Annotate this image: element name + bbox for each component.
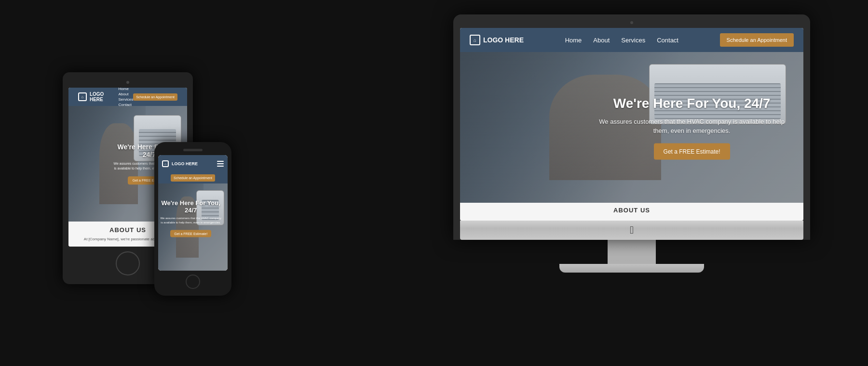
hamburger-line-2 [217, 163, 224, 164]
phone-outer: ⌂ LOGO HERE Schedule an Appointment [154, 142, 231, 296]
phone-hero-text: We're Here For You, 24/7 We assures cust… [160, 199, 222, 237]
hero-text-overlay: We're Here For You, 24/7 We assures cust… [597, 95, 787, 159]
imac-screen-outer: ⌂ LOGO HERE Home About Services Contact … [453, 14, 810, 240]
phone-logo: ⌂ LOGO HERE [162, 160, 198, 167]
nav-contact[interactable]: Contact [657, 37, 678, 44]
logo-text: LOGO HERE [483, 36, 524, 44]
tablet-nav: ⌂ LOGO HERE Home About Services Contact … [68, 88, 187, 106]
hero-cta-button[interactable]: Get a FREE Estimate! [654, 143, 730, 159]
phone-device: ⌂ LOGO HERE Schedule an Appointment [154, 142, 231, 296]
phone-home-button[interactable] [186, 274, 200, 289]
phone-website: ⌂ LOGO HERE Schedule an Appointment [158, 155, 228, 271]
imac-device: ⌂ LOGO HERE Home About Services Contact … [453, 14, 810, 273]
phone-hero: We're Here For You, 24/7 We assures cust… [158, 183, 228, 271]
tablet-nav-home[interactable]: Home [119, 88, 134, 91]
imac-hero: We're Here For You, 24/7 We assures cust… [460, 52, 803, 203]
imac-chin:  [460, 221, 803, 240]
phone-logo-icon: ⌂ [162, 160, 169, 167]
logo-icon: ⌂ [470, 35, 480, 45]
scene: ⌂ LOGO HERE Home About Services Contact … [0, 0, 868, 366]
tablet-nav-services[interactable]: Services [119, 97, 134, 102]
imac-logo: ⌂ LOGO HERE [470, 35, 524, 45]
tablet-logo-icon: ⌂ [78, 92, 87, 101]
phone-cta-button[interactable]: Schedule an Appointment [171, 174, 215, 182]
imac-about-section: ABOUT US [460, 203, 803, 221]
phone-nav: ⌂ LOGO HERE [158, 155, 228, 172]
phone-hero-heading: We're Here For You, 24/7 [160, 199, 222, 214]
imac-stand-neck [608, 240, 656, 264]
about-title: ABOUT US [470, 207, 794, 214]
phone-screen: ⌂ LOGO HERE Schedule an Appointment [158, 155, 228, 271]
hamburger-line-1 [217, 161, 224, 162]
tablet-logo-text: LOGO HERE [90, 92, 119, 102]
imac-nav: ⌂ LOGO HERE Home About Services Contact … [460, 28, 803, 52]
hamburger-menu-icon[interactable] [217, 161, 224, 167]
imac-cta-button[interactable]: Schedule an Appointment [720, 33, 794, 47]
apple-logo-icon:  [630, 224, 634, 236]
imac-camera [630, 21, 633, 24]
phone-hero-cta[interactable]: Get a FREE Estimate! [170, 230, 211, 237]
hero-subtext: We assures customers that the HVAC compa… [597, 117, 787, 135]
hamburger-line-3 [217, 166, 224, 167]
tablet-cta-button[interactable]: Schedule an Appointment [133, 93, 177, 101]
tablet-nav-links: Home About Services Contact [119, 88, 134, 107]
nav-about[interactable]: About [593, 37, 610, 44]
phone-logo-text: LOGO HERE [172, 161, 198, 166]
tablet-logo: ⌂ LOGO HERE [78, 92, 119, 102]
nav-services[interactable]: Services [621, 37, 645, 44]
imac-stand-base [559, 264, 704, 273]
tablet-home-button[interactable] [116, 251, 140, 275]
tablet-nav-about[interactable]: About [119, 92, 134, 96]
phone-speaker [183, 149, 203, 151]
phone-hero-subtext: We assures customers that the HVAC compa… [160, 216, 222, 224]
hero-heading: We're Here For You, 24/7 [597, 95, 787, 111]
tablet-camera [126, 81, 129, 84]
imac-website: ⌂ LOGO HERE Home About Services Contact … [460, 28, 803, 221]
imac-screen: ⌂ LOGO HERE Home About Services Contact … [460, 28, 803, 221]
nav-home[interactable]: Home [565, 37, 582, 44]
phone-cta-row: Schedule an Appointment [158, 172, 228, 183]
imac-nav-links: Home About Services Contact [565, 37, 678, 44]
